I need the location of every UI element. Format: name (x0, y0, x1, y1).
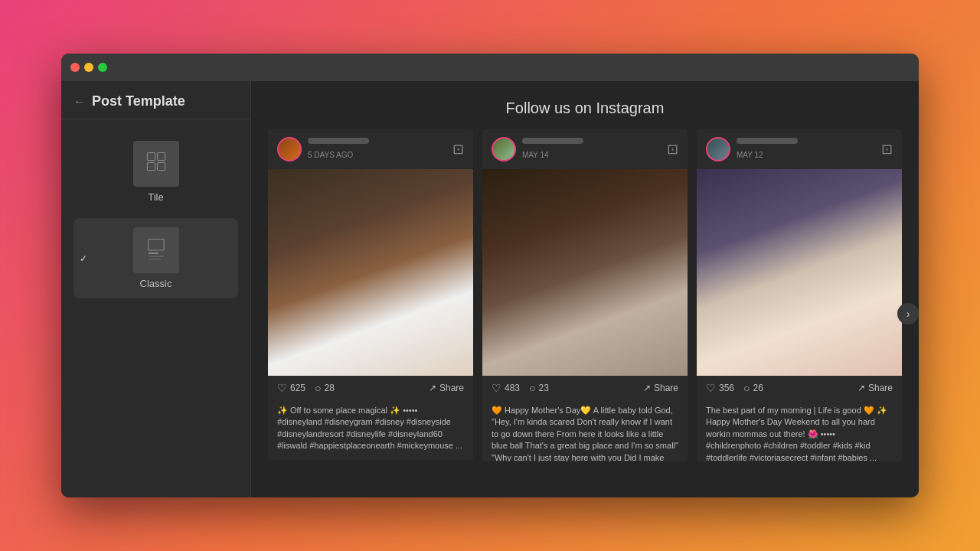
sidebar: ← Post Template Tile (61, 81, 251, 497)
post-image-2 (482, 169, 688, 376)
comments-count-2: 23 (539, 383, 549, 393)
instagram-icon-1: ⊡ (452, 141, 464, 158)
svg-rect-3 (157, 163, 165, 171)
avatar-3 (706, 137, 730, 161)
svg-rect-5 (148, 253, 158, 254)
post-date-1: 5 DAYS AGO (308, 151, 353, 159)
titlebar (61, 54, 919, 81)
sidebar-title: Post Template (92, 93, 185, 109)
post-image-3 (697, 169, 902, 376)
share-button-2[interactable]: ↗ Share (643, 383, 678, 393)
check-icon: ✓ (80, 253, 87, 264)
post-date-3: MAY 12 (737, 151, 763, 159)
username-bar-2 (522, 138, 583, 144)
username-bar-3 (737, 138, 798, 144)
post-image-1 (268, 169, 473, 376)
likes-count-1: 625 (290, 383, 305, 393)
likes-count-3: 356 (719, 383, 734, 393)
svg-rect-6 (148, 256, 163, 256)
close-button[interactable] (70, 63, 80, 72)
minimize-button[interactable] (84, 63, 93, 72)
next-button[interactable]: › (897, 303, 919, 324)
share-button-3[interactable]: ↗ Share (858, 383, 893, 393)
tile-option[interactable]: Tile (74, 132, 238, 212)
post-card-2: MAY 14 ⊡ ♡ 483 ○ 23 (482, 129, 688, 461)
comment-icon-3: ○ (743, 382, 750, 394)
classic-icon (133, 227, 179, 273)
comments-count-3: 26 (753, 383, 763, 393)
sidebar-header: ← Post Template (61, 81, 250, 119)
instagram-icon-3: ⊡ (881, 141, 893, 158)
share-label-2: Share (654, 383, 678, 393)
share-label-1: Share (439, 383, 464, 393)
comments-1: ○ 28 (315, 382, 335, 394)
heart-icon-1: ♡ (277, 382, 287, 394)
svg-rect-2 (147, 163, 155, 171)
post-meta-1: 5 DAYS AGO (308, 138, 446, 161)
comment-icon-1: ○ (315, 382, 321, 394)
likes-1: ♡ 625 (277, 382, 305, 394)
post-stats-3: ♡ 356 ○ 26 ↗ Share (697, 376, 902, 400)
tile-label: Tile (148, 191, 163, 203)
back-button[interactable]: ← (74, 95, 86, 109)
share-icon-2: ↗ (643, 383, 651, 393)
avatar-2 (492, 137, 516, 161)
tile-icon (133, 141, 179, 187)
share-label-3: Share (868, 383, 893, 393)
post-card-3: MAY 12 ⊡ ♡ 356 ○ 26 (697, 129, 902, 461)
comments-2: ○ 23 (529, 382, 549, 394)
post-stats-2: ♡ 483 ○ 23 ↗ Share (482, 376, 688, 400)
feed-title: Follow us on Instagram (506, 99, 665, 116)
classic-icon-svg (144, 238, 168, 262)
instagram-icon-2: ⊡ (667, 141, 678, 158)
main-panel: Follow us on Instagram 5 DAYS AGO ⊡ (251, 81, 919, 497)
svg-rect-1 (157, 152, 165, 160)
likes-count-2: 483 (505, 383, 520, 393)
maximize-button[interactable] (98, 63, 107, 72)
post-caption-3: The best part of my morning | Life is go… (697, 400, 902, 461)
svg-rect-0 (147, 152, 155, 160)
svg-rect-4 (148, 239, 163, 250)
share-button-1[interactable]: ↗ Share (429, 383, 464, 393)
posts-container: 5 DAYS AGO ⊡ ♡ 625 ○ 28 (251, 129, 919, 497)
tile-icon-svg (144, 152, 168, 176)
likes-2: ♡ 483 (492, 382, 520, 394)
heart-icon-3: ♡ (706, 382, 716, 394)
post-meta-3: MAY 12 (737, 138, 875, 161)
svg-rect-7 (148, 259, 160, 259)
template-options: Tile ✓ Classic (61, 119, 250, 311)
post-header-3: MAY 12 ⊡ (697, 129, 902, 169)
post-caption-2: 🧡 Happy Mother's Day💛 A little baby told… (482, 400, 688, 461)
content-area: ← Post Template Tile (61, 81, 919, 497)
username-bar-1 (308, 138, 369, 144)
comment-icon-2: ○ (529, 382, 535, 394)
likes-3: ♡ 356 (706, 382, 734, 394)
heart-icon-2: ♡ (492, 382, 501, 394)
comments-3: ○ 26 (743, 382, 763, 394)
classic-option[interactable]: ✓ Classic (74, 218, 238, 298)
share-icon-1: ↗ (429, 383, 436, 393)
post-card-1: 5 DAYS AGO ⊡ ♡ 625 ○ 28 (268, 129, 473, 460)
post-stats-1: ♡ 625 ○ 28 ↗ Share (268, 376, 473, 400)
post-meta-2: MAY 14 (522, 138, 661, 161)
post-header-2: MAY 14 ⊡ (482, 129, 688, 169)
feed-header: Follow us on Instagram (251, 81, 919, 129)
classic-label: Classic (140, 278, 172, 289)
comments-count-1: 28 (325, 383, 335, 393)
post-caption-1: ✨ Off to some place magical ✨ ••••• #dis… (268, 400, 473, 460)
app-window: ← Post Template Tile (61, 54, 919, 497)
post-header-1: 5 DAYS AGO ⊡ (268, 129, 473, 169)
post-date-2: MAY 14 (522, 151, 549, 159)
avatar-1 (277, 137, 302, 161)
share-icon-3: ↗ (858, 383, 865, 393)
